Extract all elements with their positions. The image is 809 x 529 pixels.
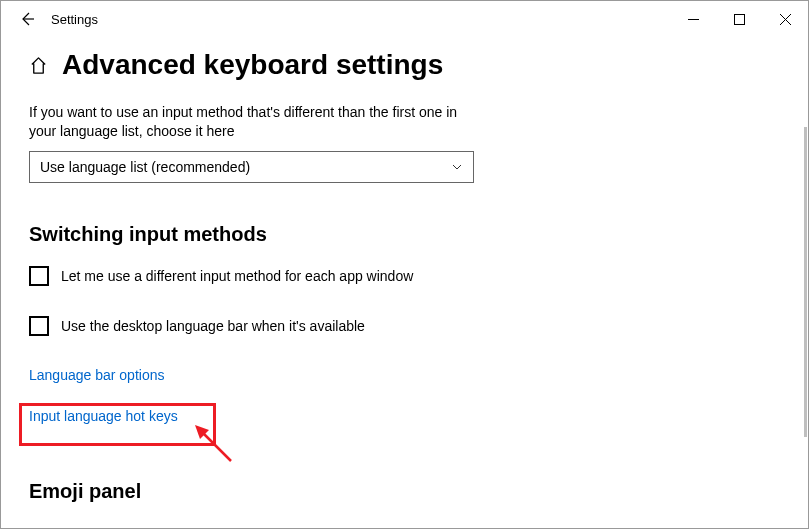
override-description: If you want to use an input method that'…: [29, 103, 459, 141]
scrollbar[interactable]: [804, 127, 807, 437]
page-header: Advanced keyboard settings: [29, 49, 573, 81]
maximize-button[interactable]: [716, 1, 762, 37]
input-method-dropdown[interactable]: Use language list (recommended): [29, 151, 474, 183]
svg-rect-0: [734, 14, 744, 24]
checkbox-box: [29, 266, 49, 286]
minimize-icon: [688, 14, 699, 25]
window-title: Settings: [51, 12, 98, 27]
content-area: Advanced keyboard settings If you want t…: [1, 37, 601, 503]
close-icon: [780, 14, 791, 25]
dropdown-value: Use language list (recommended): [40, 159, 250, 175]
switching-heading: Switching input methods: [29, 223, 573, 246]
emoji-heading: Emoji panel: [29, 480, 573, 503]
minimize-button[interactable]: [670, 1, 716, 37]
maximize-icon: [734, 14, 745, 25]
checkbox-desktop-language-bar[interactable]: Use the desktop language bar when it's a…: [29, 316, 573, 336]
back-button[interactable]: [13, 11, 41, 27]
checkbox-label: Use the desktop language bar when it's a…: [61, 318, 365, 334]
home-icon: [29, 56, 48, 75]
checkbox-label: Let me use a different input method for …: [61, 268, 413, 284]
language-bar-options-link[interactable]: Language bar options: [29, 367, 164, 383]
checkbox-different-input-per-window[interactable]: Let me use a different input method for …: [29, 266, 573, 286]
back-arrow-icon: [19, 11, 35, 27]
chevron-down-icon: [451, 161, 463, 173]
checkbox-box: [29, 316, 49, 336]
close-button[interactable]: [762, 1, 808, 37]
home-button[interactable]: [29, 56, 48, 75]
page-title: Advanced keyboard settings: [62, 49, 443, 81]
window-controls: [670, 1, 808, 37]
input-language-hot-keys-link[interactable]: Input language hot keys: [29, 408, 178, 424]
